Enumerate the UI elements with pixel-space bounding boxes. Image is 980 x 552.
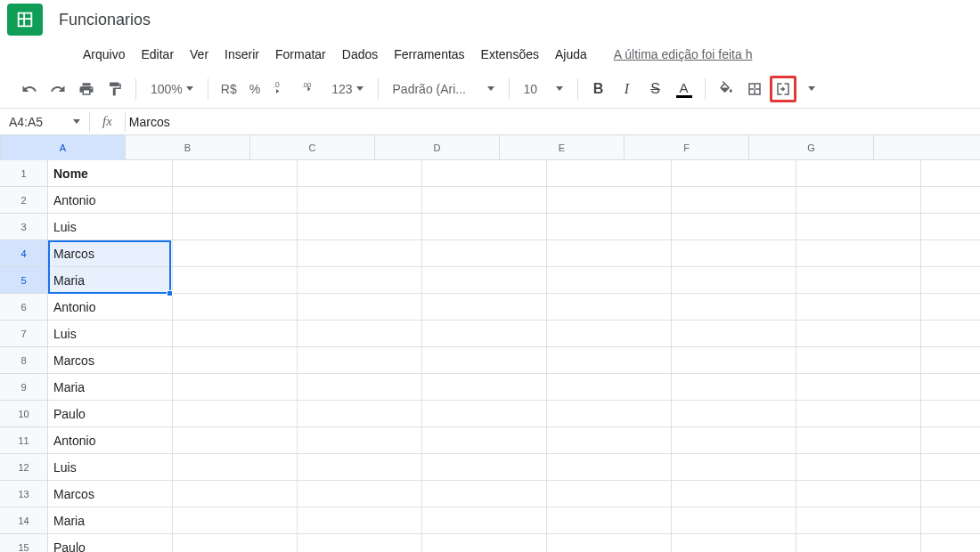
menu-ajuda[interactable]: Ajuda	[548, 44, 594, 65]
cell[interactable]	[173, 160, 298, 187]
cell[interactable]	[547, 240, 672, 267]
print-button[interactable]	[73, 76, 100, 102]
cell[interactable]	[796, 427, 921, 454]
cell[interactable]	[173, 401, 298, 427]
cell[interactable]	[796, 534, 921, 552]
menu-ver[interactable]: Ver	[183, 44, 216, 65]
cell[interactable]	[422, 481, 547, 507]
cell[interactable]: Marcos	[48, 347, 173, 374]
cell[interactable]	[547, 454, 672, 481]
cell[interactable]	[547, 214, 672, 240]
cell[interactable]	[921, 507, 980, 534]
cell[interactable]	[422, 187, 547, 214]
cell[interactable]	[921, 240, 980, 267]
cell[interactable]	[422, 507, 547, 534]
row-header[interactable]: 1	[0, 160, 48, 187]
cell[interactable]	[422, 534, 547, 552]
cell[interactable]	[921, 294, 980, 321]
more-formats-dropdown[interactable]: 123	[324, 82, 370, 96]
column-header-E[interactable]: E	[500, 135, 625, 160]
cell[interactable]	[796, 374, 921, 401]
cell[interactable]	[422, 160, 547, 187]
menu-editar[interactable]: Editar	[134, 44, 181, 65]
cell[interactable]	[173, 294, 298, 321]
column-header-A[interactable]: A	[1, 135, 126, 160]
cell[interactable]	[298, 534, 422, 552]
row-header[interactable]: 7	[0, 321, 48, 347]
column-header-last[interactable]	[874, 135, 980, 160]
decrease-decimal-button[interactable]: .0	[267, 76, 294, 102]
cell[interactable]	[796, 214, 921, 240]
cell[interactable]	[921, 454, 980, 481]
cell[interactable]	[672, 374, 796, 401]
cell[interactable]	[921, 534, 980, 552]
menu-formatar[interactable]: Formatar	[268, 44, 333, 65]
cell[interactable]	[672, 347, 796, 374]
cell[interactable]	[547, 534, 672, 552]
cell[interactable]	[921, 160, 980, 187]
cell[interactable]	[422, 267, 547, 294]
cell[interactable]	[173, 321, 298, 347]
menu-dados[interactable]: Dados	[335, 44, 385, 65]
cell[interactable]	[547, 507, 672, 534]
cell[interactable]	[796, 160, 921, 187]
cell[interactable]	[672, 321, 796, 347]
cell[interactable]	[298, 374, 422, 401]
cell[interactable]	[921, 481, 980, 507]
cell[interactable]	[796, 507, 921, 534]
cell[interactable]	[422, 347, 547, 374]
menu-arquivo[interactable]: Arquivo	[76, 44, 132, 65]
cell[interactable]	[796, 454, 921, 481]
cell[interactable]	[672, 427, 796, 454]
row-header[interactable]: 10	[0, 401, 48, 427]
cell[interactable]: Paulo	[48, 534, 173, 552]
cell[interactable]	[173, 347, 298, 374]
cell[interactable]	[173, 267, 298, 294]
cell[interactable]: Antonio	[48, 294, 173, 321]
cell[interactable]	[796, 267, 921, 294]
cell[interactable]	[796, 347, 921, 374]
currency-button[interactable]: R$	[216, 82, 242, 96]
cell[interactable]: Antonio	[48, 427, 173, 454]
cell[interactable]	[672, 507, 796, 534]
cell[interactable]	[173, 481, 298, 507]
cell[interactable]	[422, 240, 547, 267]
column-header-C[interactable]: C	[250, 135, 375, 160]
fill-color-button[interactable]	[713, 76, 739, 102]
cell[interactable]	[672, 267, 796, 294]
cell[interactable]: Antonio	[48, 187, 173, 214]
cell[interactable]	[173, 374, 298, 401]
cell[interactable]	[173, 534, 298, 552]
row-header[interactable]: 3	[0, 214, 48, 240]
menu-extensoes[interactable]: Extensões	[474, 44, 546, 65]
borders-button[interactable]	[741, 76, 768, 102]
cell[interactable]: Paulo	[48, 401, 173, 427]
cell[interactable]	[298, 294, 422, 321]
redo-button[interactable]	[45, 76, 71, 102]
cell[interactable]	[796, 240, 921, 267]
cell[interactable]: Marcos	[48, 240, 173, 267]
menu-ferramentas[interactable]: Ferramentas	[387, 44, 471, 65]
cell[interactable]	[796, 187, 921, 214]
cell[interactable]	[921, 187, 980, 214]
cell[interactable]	[298, 267, 422, 294]
cell[interactable]: Luis	[48, 321, 173, 347]
cell[interactable]	[422, 214, 547, 240]
last-edit-link[interactable]: A última edição foi feita h	[614, 47, 753, 61]
cell[interactable]	[547, 347, 672, 374]
cell[interactable]	[921, 214, 980, 240]
cell[interactable]	[547, 321, 672, 347]
cell[interactable]	[672, 160, 796, 187]
text-color-button[interactable]: A	[671, 76, 698, 102]
cell[interactable]	[547, 187, 672, 214]
cell[interactable]	[796, 481, 921, 507]
cell[interactable]	[796, 294, 921, 321]
cell[interactable]	[422, 374, 547, 401]
cell[interactable]	[422, 427, 547, 454]
cell[interactable]	[921, 374, 980, 401]
cell[interactable]	[547, 401, 672, 427]
cell[interactable]	[672, 401, 796, 427]
cell[interactable]	[298, 481, 422, 507]
merge-dropdown[interactable]	[798, 76, 825, 102]
cell[interactable]	[173, 427, 298, 454]
